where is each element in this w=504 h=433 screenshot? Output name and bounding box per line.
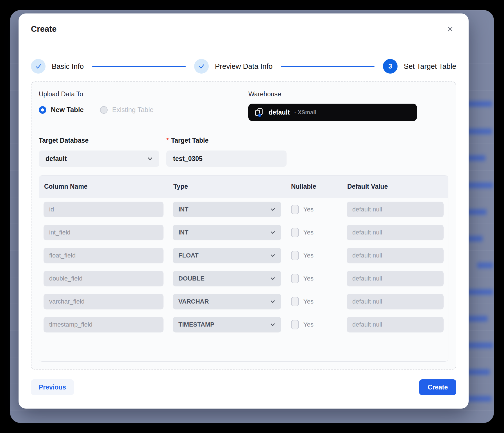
nullable-checkbox[interactable] xyxy=(291,251,299,260)
target-table-input[interactable] xyxy=(166,151,287,167)
chevron-down-icon xyxy=(269,275,276,282)
target-table-panel: Upload Data To New Table Existing Table xyxy=(31,81,456,370)
nullable-label: Yes xyxy=(303,252,314,259)
nullable-checkbox[interactable] xyxy=(291,274,299,283)
type-value: VARCHAR xyxy=(178,298,209,305)
type-select[interactable]: INT xyxy=(173,225,281,240)
chevron-down-icon xyxy=(269,206,276,213)
table-row: DOUBLE Yes xyxy=(39,267,448,290)
chevron-down-icon xyxy=(269,298,276,305)
default-value-input[interactable] xyxy=(347,294,444,309)
step-label: Set Target Table xyxy=(404,62,456,71)
columns-table: Column Name Type Nullable Default Value … xyxy=(39,175,448,362)
upload-data-to-group: Upload Data To New Table Existing Table xyxy=(39,90,248,121)
step-active-circle: 3 xyxy=(383,59,398,74)
table-empty-area xyxy=(39,336,448,361)
required-mark: * xyxy=(166,137,169,144)
type-select[interactable]: FLOAT xyxy=(173,248,281,263)
target-database-value: default xyxy=(46,155,67,163)
column-name-input[interactable] xyxy=(44,202,164,217)
column-header: Column Name xyxy=(39,176,168,198)
nullable-checkbox[interactable] xyxy=(291,297,299,306)
type-value: INT xyxy=(178,206,188,213)
step-complete-circle xyxy=(31,59,46,74)
column-name-input[interactable] xyxy=(44,317,164,332)
type-select[interactable]: TIMESTAMP xyxy=(173,317,281,332)
blurred-background-link xyxy=(477,263,493,268)
chevron-down-icon xyxy=(146,155,154,162)
column-header: Nullable xyxy=(286,176,342,198)
radio-new-table[interactable]: New Table xyxy=(39,106,84,114)
check-icon xyxy=(35,63,42,70)
step-preview-data-info[interactable]: Preview Data Info xyxy=(194,59,273,74)
target-database-select[interactable]: default xyxy=(39,151,159,167)
target-database-group: Target Database default xyxy=(39,137,159,167)
step-connector xyxy=(92,66,186,67)
check-icon xyxy=(198,63,205,70)
column-header: Default Value xyxy=(342,176,448,198)
nullable-checkbox[interactable] xyxy=(291,228,299,237)
target-database-label: Target Database xyxy=(39,137,159,144)
type-select[interactable]: VARCHAR xyxy=(173,294,281,309)
nullable-label: Yes xyxy=(303,275,314,282)
create-modal: Create Basic Info xyxy=(19,13,469,409)
upload-data-to-label: Upload Data To xyxy=(39,90,248,98)
default-value-input[interactable] xyxy=(347,225,444,240)
step-label: Preview Data Info xyxy=(215,62,273,71)
table-row: TIMESTAMP Yes xyxy=(39,313,448,336)
default-value-input[interactable] xyxy=(347,202,444,217)
nullable-label: Yes xyxy=(303,229,314,236)
warehouse-label: Warehouse xyxy=(248,90,448,98)
step-connector xyxy=(281,66,374,67)
table-row: INT Yes xyxy=(39,198,448,221)
step-label: Basic Info xyxy=(52,62,84,71)
step-basic-info[interactable]: Basic Info xyxy=(31,59,84,74)
radio-unselected-icon xyxy=(100,106,108,114)
table-row: FLOAT Yes xyxy=(39,244,448,267)
type-value: TIMESTAMP xyxy=(178,321,214,328)
chevron-down-icon xyxy=(269,229,276,236)
type-select[interactable]: INT xyxy=(173,202,281,217)
modal-title: Create xyxy=(31,24,56,34)
column-name-input[interactable] xyxy=(44,248,164,263)
default-value-input[interactable] xyxy=(347,271,444,286)
chevron-down-icon xyxy=(269,321,276,328)
stepper: Basic Info Preview Data Info 3 Set Targe… xyxy=(31,59,456,74)
default-value-input[interactable] xyxy=(347,317,444,332)
warehouse-icon xyxy=(254,107,264,117)
warehouse-name: default xyxy=(269,109,290,116)
modal-header: Create xyxy=(19,13,469,45)
table-row: VARCHAR Yes xyxy=(39,290,448,313)
step-complete-circle xyxy=(194,59,209,74)
previous-button[interactable]: Previous xyxy=(31,379,74,395)
create-button[interactable]: Create xyxy=(419,379,456,395)
nullable-label: Yes xyxy=(303,321,314,328)
column-name-input[interactable] xyxy=(44,294,164,309)
warehouse-size: · XSmall xyxy=(294,109,316,116)
table-row: INT Yes xyxy=(39,221,448,244)
target-table-group: *Target Table xyxy=(166,137,287,167)
column-name-input[interactable] xyxy=(44,225,164,240)
column-name-input[interactable] xyxy=(44,271,164,286)
nullable-label: Yes xyxy=(303,298,314,305)
warehouse-group: Warehouse default · XSmall xyxy=(248,90,448,121)
type-value: FLOAT xyxy=(178,252,199,259)
type-select[interactable]: DOUBLE xyxy=(173,271,281,286)
warehouse-selector[interactable]: default · XSmall xyxy=(248,104,417,121)
nullable-checkbox[interactable] xyxy=(291,320,299,329)
radio-selected-icon xyxy=(39,106,46,114)
radio-existing-table[interactable]: Existing Table xyxy=(100,106,154,114)
type-value: DOUBLE xyxy=(178,275,205,282)
chevron-down-icon xyxy=(269,252,276,259)
nullable-checkbox[interactable] xyxy=(291,205,299,214)
column-header: Type xyxy=(168,176,286,198)
close-button[interactable] xyxy=(445,24,456,35)
type-value: INT xyxy=(178,229,188,236)
target-table-label: *Target Table xyxy=(166,137,287,144)
radio-label: Existing Table xyxy=(112,106,154,114)
close-icon xyxy=(446,25,454,33)
default-value-input[interactable] xyxy=(347,248,444,263)
radio-label: New Table xyxy=(51,106,84,114)
step-set-target-table[interactable]: 3 Set Target Table xyxy=(383,59,456,74)
nullable-label: Yes xyxy=(303,206,314,213)
